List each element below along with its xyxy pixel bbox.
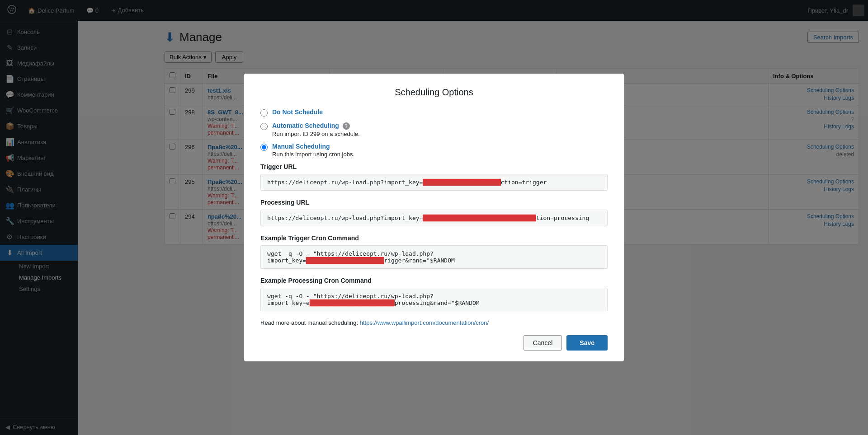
cancel-button[interactable]: Cancel [524,335,562,351]
trigger-url-prefix: https://deliceopt.ru/wp-load.php?import_… [267,179,423,186]
help-icon[interactable]: ? [343,122,350,130]
manual-scheduling-label[interactable]: Manual Scheduling [272,143,354,150]
trigger-url-suffix: ction=trigger [501,179,547,186]
processing-url-prefix: https://deliceopt.ru/wp-load.php?import_… [267,215,423,221]
save-button[interactable]: Save [566,335,608,351]
do-not-schedule-label[interactable]: Do Not Schedule [272,108,323,116]
processing-cron-box: wget -q -O - "https://deliceopt.ru/wp-lo… [260,288,608,311]
processing-cron-label: Example Processing Cron Command [260,277,608,284]
trigger-url-box: https://deliceopt.ru/wp-load.php?import_… [260,174,608,191]
trigger-cron-box: wget -q -O - "https://deliceopt.ru/wp-lo… [260,245,608,269]
manual-scheduling-desc: Run this import using cron jobs. [272,151,354,158]
automatic-scheduling-desc: Run import ID 299 on a schedule. [272,131,360,137]
trigger-cron-label: Example Trigger Cron Command [260,234,608,242]
modal-footer-text: Read more about manual scheduling: https… [260,319,608,326]
trigger-cron-redacted: ██████████████████████ [306,257,384,264]
automatic-scheduling-option: Automatic Scheduling ? Run import ID 299… [260,122,608,138]
trigger-url-label: Trigger URL [260,163,608,170]
do-not-schedule-radio[interactable] [260,109,268,117]
automatic-scheduling-radio[interactable] [260,123,268,130]
manual-scheduling-radio[interactable] [260,144,268,151]
processing-cron-suffix: processing&rand="$RANDOM [395,299,480,306]
processing-cron-redacted: ████████████████████████ [310,299,395,306]
processing-url-label: Processing URL [260,199,608,206]
processing-url-redacted: ████████████████████████████████ [423,215,536,221]
processing-url-suffix: tion=processing [536,215,589,221]
scheduling-options-modal: Scheduling Options Do Not Schedule Autom… [244,74,624,362]
modal-actions: Cancel Save [260,335,608,351]
processing-url-box: https://deliceopt.ru/wp-load.php?import_… [260,210,608,226]
do-not-schedule-option: Do Not Schedule [260,108,608,117]
modal-title: Scheduling Options [260,87,608,98]
cron-doc-link[interactable]: https://www.wpallimport.com/documentatio… [360,319,489,326]
modal-overlay: Scheduling Options Do Not Schedule Autom… [0,0,868,435]
trigger-cron-suffix: rigger&rand="$RANDOM [384,257,455,264]
trigger-url-redacted: ██████████████████████ [423,179,500,186]
manual-scheduling-option: Manual Scheduling Run this import using … [260,143,608,158]
automatic-scheduling-label[interactable]: Automatic Scheduling ? [272,122,360,130]
